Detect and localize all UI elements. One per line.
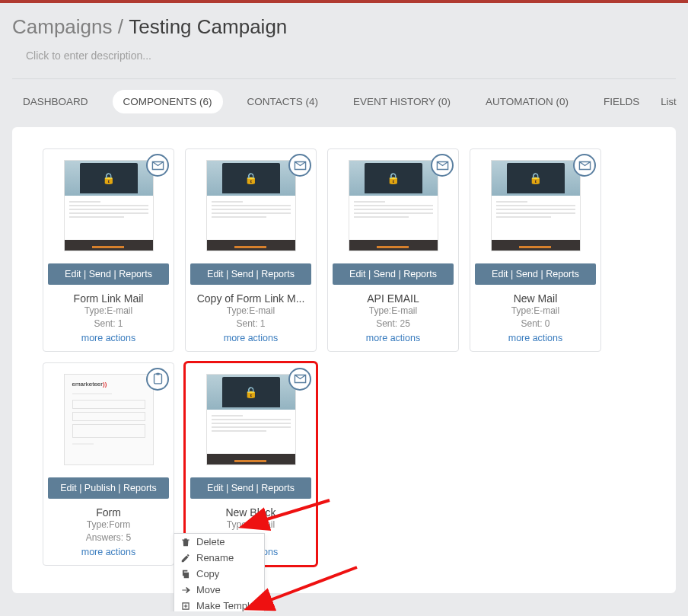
tab-fields[interactable]: FIELDS — [593, 90, 650, 113]
card-sent: Sent: 1 — [186, 318, 316, 330]
card-form-link-mail[interactable]: 🔒 Edit | Send | Reports Form Link Mail T… — [43, 148, 174, 352]
menu-copy[interactable]: Copy — [174, 566, 264, 582]
tabs-row: DASHBOARD COMPONENTS (6) CONTACTS (4) EV… — [12, 87, 676, 127]
card-actions-button[interactable]: Edit | Send | Reports — [190, 263, 311, 285]
view-toggle: List Icons — [650, 91, 688, 113]
card-api-email[interactable]: 🔒 Edit | Send | Reports API EMAIL Type:E… — [327, 148, 459, 352]
tab-components[interactable]: COMPONENTS (6) — [113, 90, 223, 113]
envelope-icon — [431, 154, 454, 177]
card-copy-form-link-mail[interactable]: 🔒 Edit | Send | Reports Copy of Form Lin… — [185, 148, 317, 352]
arrow-right-icon — [180, 585, 191, 595]
tab-dashboard[interactable]: DASHBOARD — [12, 90, 99, 113]
annotation-arrow — [262, 563, 361, 611]
view-list-button[interactable]: List — [650, 91, 686, 113]
card-type: Type:Form — [43, 519, 174, 531]
copy-icon — [180, 569, 191, 579]
svg-line-3 — [266, 567, 357, 602]
tab-event-history[interactable]: EVENT HISTORY (0) — [342, 90, 461, 113]
card-title: API EMAIL — [328, 289, 458, 305]
card-actions-button[interactable]: Edit | Publish | Reports — [48, 477, 169, 499]
menu-rename[interactable]: Rename — [174, 550, 264, 566]
menu-item-label: Copy — [196, 568, 219, 579]
more-actions-menu: Delete Rename Copy Move Make Template — [174, 533, 265, 611]
menu-item-label: Make Template — [196, 600, 263, 611]
page: Campaigns / Testing Campaign Click to en… — [0, 3, 688, 611]
card-new-mail[interactable]: 🔒 Edit | Send | Reports New Mail Type:E-… — [470, 148, 601, 352]
envelope-icon — [288, 368, 311, 391]
menu-item-label: Delete — [196, 536, 225, 547]
divider — [12, 78, 676, 79]
svg-line-2 — [262, 500, 330, 521]
card-actions-button[interactable]: Edit | Send | Reports — [475, 263, 596, 285]
more-actions-link[interactable]: more actions — [328, 331, 458, 346]
cards-grid: 🔒 Edit | Send | Reports Form Link Mail T… — [43, 148, 645, 566]
card-type: Type:E-mail — [470, 305, 600, 318]
card-sent: Sent: 25 — [328, 318, 458, 330]
card-actions-button[interactable]: Edit | Send | Reports — [48, 263, 169, 285]
trash-icon — [180, 537, 191, 547]
envelope-icon — [288, 154, 311, 177]
form-logo-text: emarketeer — [72, 381, 103, 388]
menu-make-template[interactable]: Make Template — [174, 598, 264, 611]
card-title: New Mail — [470, 289, 600, 305]
components-panel: 🔒 Edit | Send | Reports Form Link Mail T… — [12, 127, 676, 593]
menu-item-label: Rename — [196, 552, 234, 563]
menu-item-label: Move — [196, 584, 221, 595]
envelope-icon — [146, 154, 169, 177]
tab-contacts[interactable]: CONTACTS (4) — [237, 90, 330, 113]
more-actions-link[interactable]: more actions — [186, 331, 316, 346]
breadcrumb-sep: / — [113, 15, 129, 38]
more-actions-link[interactable]: more actions — [43, 331, 174, 346]
card-title: Form Link Mail — [43, 289, 174, 305]
breadcrumb: Campaigns / Testing Campaign — [12, 15, 676, 39]
description-input[interactable]: Click to enter description... — [26, 49, 676, 62]
breadcrumb-parent[interactable]: Campaigns — [12, 15, 113, 38]
card-sent: Sent: 0 — [470, 318, 600, 330]
plus-box-icon — [180, 601, 191, 611]
card-type: Type:E-mail — [328, 305, 458, 318]
card-answers: Answers: 5 — [43, 531, 174, 544]
card-form[interactable]: emarketeer)) Edit | Publish | Reports Fo… — [43, 362, 174, 566]
svg-rect-1 — [156, 373, 159, 375]
card-type: Type:E-mail — [186, 305, 316, 318]
more-actions-link[interactable]: more actions — [43, 545, 174, 560]
clipboard-icon — [146, 368, 169, 391]
breadcrumb-current: Testing Campaign — [129, 15, 287, 38]
menu-delete[interactable]: Delete — [174, 534, 264, 550]
card-actions-button[interactable]: Edit | Send | Reports — [190, 477, 311, 499]
menu-move[interactable]: Move — [174, 582, 264, 598]
card-type: Type:E-mail — [43, 305, 174, 318]
tabs: DASHBOARD COMPONENTS (6) CONTACTS (4) EV… — [12, 90, 650, 113]
envelope-icon — [573, 154, 596, 177]
pencil-icon — [180, 553, 191, 563]
annotation-arrow — [257, 496, 333, 530]
card-title: Copy of Form Link M... — [186, 289, 316, 305]
card-actions-button[interactable]: Edit | Send | Reports — [333, 263, 454, 285]
card-sent: Sent: 1 — [43, 318, 174, 330]
tab-automation[interactable]: AUTOMATION (0) — [475, 90, 579, 113]
svg-rect-0 — [154, 374, 161, 384]
card-title: Form — [43, 503, 174, 519]
more-actions-link[interactable]: more actions — [470, 331, 600, 346]
